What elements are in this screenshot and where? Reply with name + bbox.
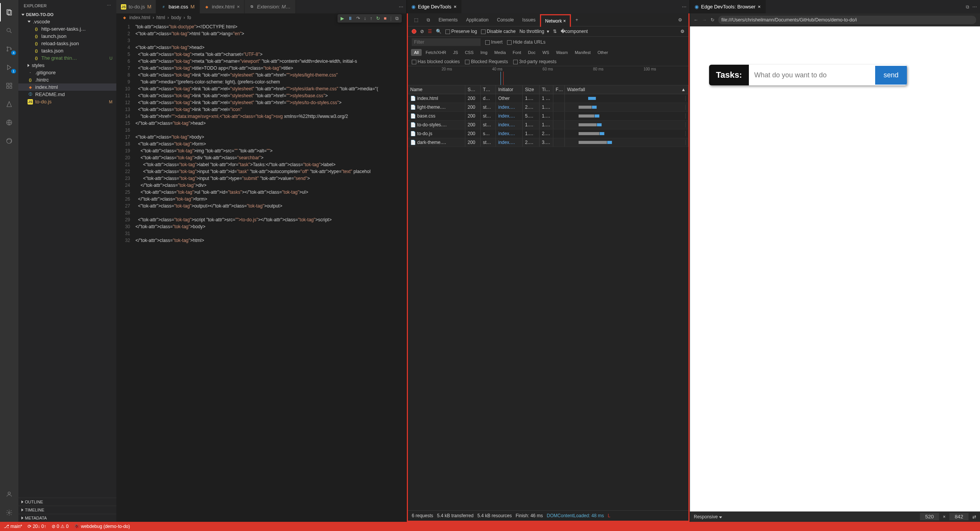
debug-stepin-icon[interactable]: ↓: [364, 16, 366, 21]
tab-browser[interactable]: ◉ Edge DevTools: Browser ×: [690, 0, 766, 13]
editor-tab[interactable]: ⧉Extension: M…: [245, 0, 295, 13]
device-icon[interactable]: ⧉: [423, 14, 434, 26]
back-icon[interactable]: ←: [694, 17, 698, 23]
add-tab-icon[interactable]: +: [572, 14, 582, 26]
debug-screencast-icon[interactable]: ⧉: [395, 16, 399, 21]
type-filter-item[interactable]: Other: [594, 49, 611, 56]
network-row[interactable]: 📄 index.html200d…Other1.…1 …: [408, 94, 688, 103]
network-row[interactable]: 📄 dark-theme.…200st…index.…2.…3.…: [408, 138, 688, 147]
debug-status[interactable]: 🐞 webdebug (demo-to-do): [74, 524, 130, 529]
type-filter-item[interactable]: All: [411, 49, 422, 56]
editor-tab[interactable]: JSto-do.jsM: [116, 0, 156, 13]
invert-checkbox[interactable]: Invert: [485, 39, 502, 45]
disable-cache-checkbox[interactable]: Disable cache: [481, 29, 516, 34]
sidebar-section[interactable]: OUTLINE: [18, 498, 116, 506]
type-filter-item[interactable]: Media: [491, 49, 509, 56]
tree-item[interactable]: {}.hintrc: [18, 76, 116, 83]
width-input[interactable]: [920, 513, 939, 520]
tree-item[interactable]: {}The great thin…U: [18, 54, 116, 62]
close-icon[interactable]: ×: [453, 4, 457, 10]
tasks-input[interactable]: [749, 66, 875, 85]
type-filter-item[interactable]: Wasm: [553, 49, 571, 56]
tab-elements[interactable]: Elements: [435, 14, 461, 26]
debug-icon[interactable]: 1: [0, 58, 18, 77]
network-row[interactable]: 📄 light-theme.…200st…index.…2.…1.…: [408, 103, 688, 112]
tab-devtools[interactable]: ◉ Edge DevTools ×: [407, 0, 461, 13]
tree-item[interactable]: ·.gitignore: [18, 69, 116, 76]
type-filter-item[interactable]: WS: [539, 49, 552, 56]
filter-checkbox[interactable]: Has blocked cookies: [412, 59, 460, 64]
network-row[interactable]: 📄 to-do.js200s…index.…1.…2.…: [408, 129, 688, 138]
preserve-log-checkbox[interactable]: Preserve log: [445, 29, 477, 34]
account-icon[interactable]: [0, 485, 18, 503]
type-filter-item[interactable]: Font: [510, 49, 524, 56]
responsive-select[interactable]: Responsive: [694, 514, 722, 520]
forward-icon[interactable]: →: [702, 17, 707, 23]
remote-icon[interactable]: [0, 113, 18, 132]
tree-item[interactable]: {}http-server-tasks.j…: [18, 25, 116, 33]
tree-item[interactable]: ⓘREADME.md: [18, 91, 116, 98]
breadcrumb[interactable]: ◆ index.html › html › body › fo ▶ ⏸ ↷ ↓ …: [116, 13, 406, 22]
sidebar-section[interactable]: METADATA: [18, 514, 116, 522]
filter-icon[interactable]: ☰: [428, 29, 432, 34]
network-row[interactable]: 📄 to-do-styles.…200st…index.…1.…1.…: [408, 121, 688, 129]
close-icon[interactable]: ×: [758, 4, 761, 10]
tree-item[interactable]: {}reload-tasks.json: [18, 40, 116, 47]
record-icon[interactable]: [412, 29, 416, 34]
gear-icon[interactable]: [0, 503, 18, 522]
filter-checkbox[interactable]: 3rd-party requests: [513, 59, 556, 64]
hide-urls-checkbox[interactable]: Hide data URLs: [507, 39, 545, 45]
tab-application[interactable]: Application: [462, 14, 492, 26]
more-icon[interactable]: ⋯: [399, 4, 403, 10]
type-filter-item[interactable]: Fetch/XHR: [422, 49, 449, 56]
throttling-select[interactable]: No throttling ▾: [519, 29, 549, 34]
more-icon[interactable]: ⋯: [972, 4, 977, 10]
azure-icon[interactable]: [0, 95, 18, 113]
debug-pause-icon[interactable]: ⏸: [348, 16, 352, 21]
debug-stepover-icon[interactable]: ↷: [356, 16, 360, 21]
inspect-icon[interactable]: ⬚: [410, 14, 422, 26]
scm-icon[interactable]: 4: [0, 40, 18, 58]
explorer-icon[interactable]: [0, 3, 18, 21]
type-filter-item[interactable]: JS: [450, 49, 461, 56]
sidebar-section[interactable]: TIMELINE: [18, 506, 116, 514]
tree-item[interactable]: {}tasks.json: [18, 47, 116, 54]
height-input[interactable]: [949, 513, 969, 520]
debug-continue-icon[interactable]: ▶: [341, 16, 344, 21]
tree-item[interactable]: styles: [18, 62, 116, 69]
tree-item[interactable]: JSto-do.jsM: [18, 98, 116, 105]
editor-tab[interactable]: #base.cssM: [156, 0, 199, 13]
search-icon[interactable]: [0, 21, 18, 40]
split-icon[interactable]: ⧉: [966, 4, 969, 10]
table-header[interactable]: Name S… T… Initiator Size Ti… F… Waterfa…: [408, 85, 688, 94]
type-filter-item[interactable]: Manifest: [572, 49, 594, 56]
rotate-icon[interactable]: ⇄: [972, 514, 976, 520]
more-icon[interactable]: ⋯: [682, 4, 686, 10]
close-icon[interactable]: ×: [563, 18, 566, 24]
gear-icon[interactable]: ⚙: [680, 29, 685, 34]
network-row[interactable]: 📄 base.css200st…index.…5.…1.…: [408, 112, 688, 121]
tab-issues[interactable]: Issues: [519, 14, 540, 26]
send-button[interactable]: send: [875, 66, 907, 85]
debug-stop-icon[interactable]: ■: [384, 16, 386, 21]
branch-status[interactable]: ⎇ main*: [4, 524, 22, 529]
search-icon[interactable]: 🔍: [436, 29, 442, 34]
clear-icon[interactable]: ⊘: [420, 29, 424, 34]
more-icon[interactable]: ⋯: [107, 3, 111, 8]
type-filter-item[interactable]: Img: [478, 49, 491, 56]
type-filter-item[interactable]: CSS: [462, 49, 477, 56]
tab-console[interactable]: Console: [493, 14, 518, 26]
problems-status[interactable]: ⊘ 0 ⚠ 0: [52, 524, 68, 529]
upload-icon[interactable]: ⇅: [553, 29, 557, 34]
editor-tab[interactable]: ◆index.html×: [200, 0, 245, 13]
tree-item[interactable]: .vscode: [18, 18, 116, 25]
url-input[interactable]: [718, 16, 976, 24]
type-filter-item[interactable]: Doc: [525, 49, 539, 56]
filter-input[interactable]: [412, 38, 481, 46]
debug-restart-icon[interactable]: ↻: [376, 16, 380, 21]
close-icon[interactable]: ×: [237, 4, 240, 10]
extensions-icon[interactable]: [0, 77, 18, 95]
wifi-icon[interactable]: �component: [561, 29, 588, 34]
debug-stepout-icon[interactable]: ↑: [370, 16, 372, 21]
sync-status[interactable]: ⟳ 20↓ 0↑: [28, 524, 46, 529]
